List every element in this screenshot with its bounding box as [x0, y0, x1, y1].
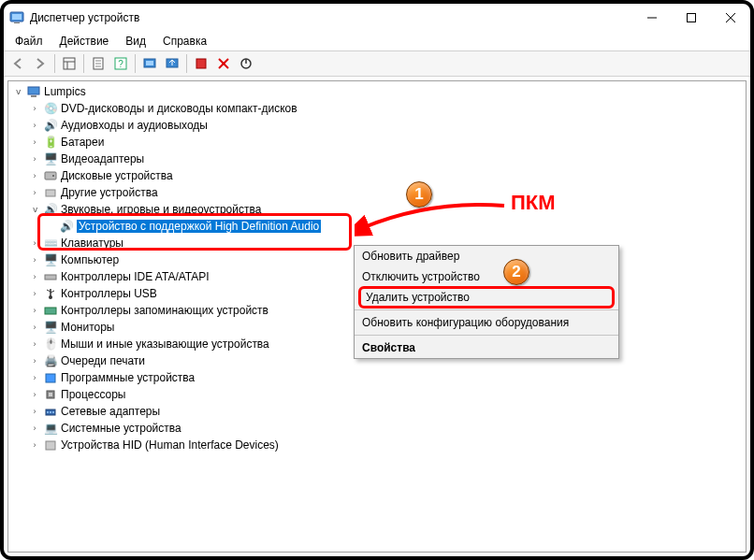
chevron-right-icon[interactable]: ›: [29, 136, 40, 148]
menu-action[interactable]: Действие: [52, 35, 117, 48]
svg-rect-2: [14, 22, 20, 23]
toolbar-properties-button[interactable]: [88, 53, 109, 74]
ctx-separator: [355, 309, 618, 310]
chevron-right-icon[interactable]: ›: [29, 372, 40, 383]
chevron-right-icon[interactable]: ›: [29, 120, 40, 131]
sound-icon: 🔊: [43, 202, 58, 217]
chevron-right-icon[interactable]: ›: [29, 406, 40, 417]
ctx-uninstall[interactable]: Удалить устройство: [358, 286, 615, 309]
cpu-icon: [43, 387, 58, 402]
tree-item-sound[interactable]: ⅴ🔊Звуковые, игровые и видеоустройства: [42, 201, 746, 218]
svg-point-40: [52, 411, 54, 413]
tree-item[interactable]: ›Программные устройства: [42, 369, 746, 386]
audio-io-icon: 🔊: [43, 118, 58, 133]
toolbar-forward-button[interactable]: [30, 53, 51, 74]
system-icon: 💻: [43, 421, 58, 436]
tree-item[interactable]: ›🖥️Видеоадаптеры: [42, 151, 746, 167]
battery-icon: 🔋: [43, 135, 58, 150]
tree-item[interactable]: ›Дисковые устройства: [42, 167, 746, 184]
menu-help[interactable]: Справка: [155, 35, 214, 48]
svg-rect-7: [64, 58, 75, 69]
tree-item[interactable]: ›💿DVD-дисководы и дисководы компакт-диск…: [42, 100, 746, 117]
chevron-right-icon[interactable]: ›: [29, 271, 40, 282]
chevron-right-icon[interactable]: ›: [29, 288, 40, 299]
storage-controller-icon: [43, 303, 58, 318]
ctx-update-driver[interactable]: Обновить драйвер: [355, 246, 618, 266]
chevron-right-icon[interactable]: ›: [29, 103, 40, 114]
tree-item[interactable]: ›Процессоры: [42, 386, 746, 403]
svg-text:?: ?: [118, 59, 123, 69]
chevron-right-icon[interactable]: ›: [29, 322, 40, 333]
tree-item[interactable]: ›Устройства HID (Human Interface Devices…: [42, 437, 746, 453]
toolbar-update-button[interactable]: [162, 53, 182, 74]
chevron-right-icon[interactable]: ›: [29, 254, 40, 266]
printer-icon: 🖨️: [43, 353, 58, 368]
tree-item[interactable]: ›Другие устройства: [42, 184, 746, 201]
window-controls: [632, 4, 750, 32]
chevron-right-icon[interactable]: ›: [29, 170, 40, 181]
minimize-button[interactable]: [632, 4, 672, 32]
menubar: Файл Действие Вид Справка: [4, 32, 750, 50]
annotation-marker-2: 2: [503, 259, 529, 285]
disk-icon: [43, 168, 58, 183]
tree-item[interactable]: ›🔋Батареи: [42, 134, 746, 151]
chevron-right-icon[interactable]: ›: [29, 439, 40, 451]
selected-device-label: Устройство с поддержкой High Definition …: [77, 220, 321, 233]
svg-rect-4: [688, 14, 696, 22]
ctx-properties[interactable]: Свойства: [355, 337, 618, 358]
chevron-right-icon[interactable]: ›: [29, 237, 40, 249]
svg-rect-41: [46, 441, 55, 450]
tree-root[interactable]: ⅴ Lumpics: [25, 83, 746, 100]
mouse-icon: 🖱️: [43, 337, 58, 352]
svg-point-26: [52, 175, 54, 177]
svg-point-39: [50, 411, 51, 413]
svg-point-38: [47, 411, 49, 413]
context-menu: Обновить драйвер Отключить устройство Уд…: [354, 245, 619, 359]
chevron-down-icon[interactable]: ⅴ: [29, 204, 40, 215]
svg-rect-19: [196, 59, 206, 68]
toolbar-help-button[interactable]: ?: [110, 53, 131, 74]
chevron-right-icon[interactable]: ›: [29, 187, 40, 198]
chevron-right-icon[interactable]: ›: [29, 305, 40, 316]
ide-icon: [43, 269, 58, 284]
svg-rect-1: [12, 14, 22, 20]
toolbar-show-hide-button[interactable]: [59, 53, 80, 74]
toolbar-scan-button[interactable]: [139, 53, 160, 74]
toolbar: ?: [4, 50, 750, 77]
svg-rect-24: [31, 95, 36, 97]
svg-rect-23: [28, 87, 39, 94]
keyboard-icon: ⌨️: [43, 236, 58, 251]
app-icon: [9, 10, 24, 25]
chevron-right-icon[interactable]: ›: [29, 153, 40, 165]
svg-rect-28: [45, 275, 56, 280]
chevron-right-icon[interactable]: ›: [29, 355, 40, 366]
menu-file[interactable]: Файл: [7, 35, 51, 48]
toolbar-back-button[interactable]: [7, 53, 28, 74]
network-icon: [43, 404, 58, 419]
chevron-right-icon[interactable]: ›: [29, 389, 40, 400]
hid-icon: [43, 438, 58, 452]
ctx-disable[interactable]: Отключить устройство: [355, 266, 618, 287]
tree-item[interactable]: ›💻Системные устройства: [42, 420, 746, 437]
annotation-marker-1: 1: [406, 181, 432, 208]
close-button[interactable]: [711, 4, 750, 32]
toolbar-enable-button[interactable]: [191, 53, 211, 74]
svg-rect-25: [45, 172, 56, 179]
chevron-right-icon[interactable]: ›: [29, 338, 40, 350]
monitor-icon: 🖥️: [43, 320, 58, 335]
toolbar-uninstall-button[interactable]: [213, 53, 234, 74]
dvd-icon: 💿: [43, 101, 58, 116]
chevron-right-icon[interactable]: ›: [29, 423, 40, 434]
maximize-button[interactable]: [672, 4, 711, 32]
ctx-scan-hardware[interactable]: Обновить конфигурацию оборудования: [355, 312, 618, 333]
tree-item[interactable]: ›Сетевые адаптеры: [42, 403, 746, 420]
tree-item-hd-audio[interactable]: 🔊Устройство с поддержкой High Definition…: [59, 218, 746, 235]
svg-rect-27: [46, 190, 55, 196]
toolbar-disable-button[interactable]: [236, 53, 256, 74]
other-icon: [43, 185, 58, 200]
tree-item[interactable]: ›🔊Аудиовходы и аудиовыходы: [42, 117, 746, 134]
chevron-down-icon[interactable]: ⅴ: [12, 86, 23, 97]
computer-node-icon: 🖥️: [43, 252, 58, 267]
window-title: Диспетчер устройств: [30, 11, 632, 24]
menu-view[interactable]: Вид: [118, 35, 153, 48]
